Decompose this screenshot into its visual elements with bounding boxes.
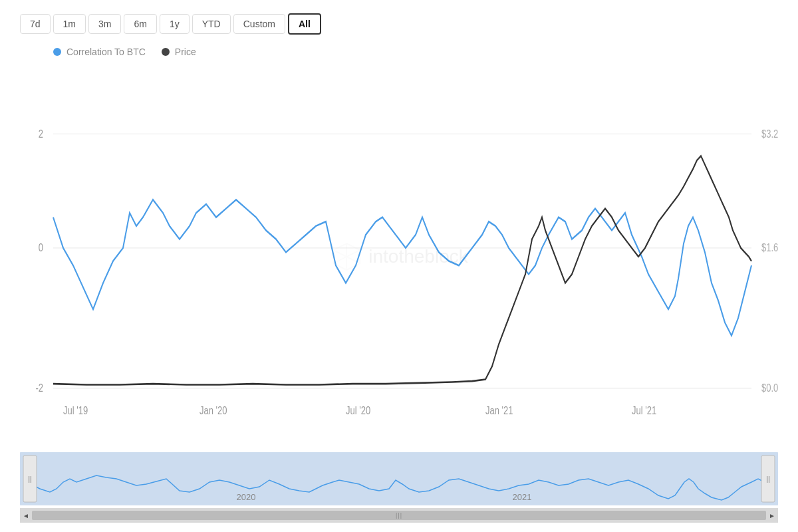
x-label-jul21: Jul '21 [632, 404, 656, 416]
legend-label-correlation: Correlation To BTC [66, 47, 146, 57]
svg-text:||: || [28, 475, 32, 483]
legend-label-price: Price [175, 47, 196, 57]
y-axis-label-neg2: -2 [35, 381, 43, 394]
scroll-left-arrow[interactable]: ◄ [23, 512, 29, 519]
y-axis-right-max: $3.20 [761, 127, 778, 140]
btn-1y[interactable]: 1y [160, 14, 190, 34]
legend-dot-correlation [53, 48, 61, 56]
svg-text:||: || [766, 475, 770, 483]
x-label-jan20: Jan '20 [200, 404, 227, 416]
y-axis-label-0: 0 [39, 241, 43, 253]
scroll-thumb[interactable]: ||| [32, 511, 766, 520]
legend-item-price: Price [162, 47, 196, 57]
btn-3m[interactable]: 3m [88, 14, 121, 34]
main-chart: intotheblock 2 0 -2 $3.20 $1.60 $0.00 Ju… [20, 64, 778, 450]
scrollbar[interactable]: ◄ ||| ► [20, 508, 778, 523]
chart-legend: Correlation To BTC Price [20, 47, 778, 57]
chart-area: intotheblock 2 0 -2 $3.20 $1.60 $0.00 Ju… [20, 64, 778, 525]
navigator-svg: || || 2020 2021 [20, 452, 778, 505]
btn-7d[interactable]: 7d [20, 14, 51, 34]
btn-ytd[interactable]: YTD [192, 14, 231, 34]
chart-svg: 2 0 -2 $3.20 $1.60 $0.00 Jul '19 Jan '20… [20, 64, 778, 450]
x-label-jul20: Jul '20 [346, 404, 370, 416]
btn-1m[interactable]: 1m [53, 14, 86, 34]
navigator-label-2020: 2020 [237, 492, 256, 502]
navigator: || || 2020 2021 ◄ ||| ► [20, 452, 778, 525]
x-label-jul19: Jul '19 [63, 404, 88, 416]
time-range-selector: 7d 1m 3m 6m 1y YTD Custom All [20, 13, 778, 35]
navigator-label-2021: 2021 [513, 492, 532, 502]
btn-6m[interactable]: 6m [124, 14, 156, 34]
btn-custom[interactable]: Custom [233, 14, 285, 34]
correlation-line [53, 200, 751, 335]
scroll-right-arrow[interactable]: ► [769, 512, 775, 519]
y-axis-right-min: $0.00 [761, 381, 778, 394]
scroll-grip: ||| [396, 512, 402, 519]
x-label-jan21: Jan '21 [485, 404, 513, 416]
legend-item-correlation: Correlation To BTC [53, 47, 146, 57]
y-axis-right-mid: $1.60 [761, 241, 778, 253]
y-axis-label-2: 2 [39, 127, 43, 140]
btn-all[interactable]: All [288, 13, 321, 35]
legend-dot-price [162, 48, 170, 56]
